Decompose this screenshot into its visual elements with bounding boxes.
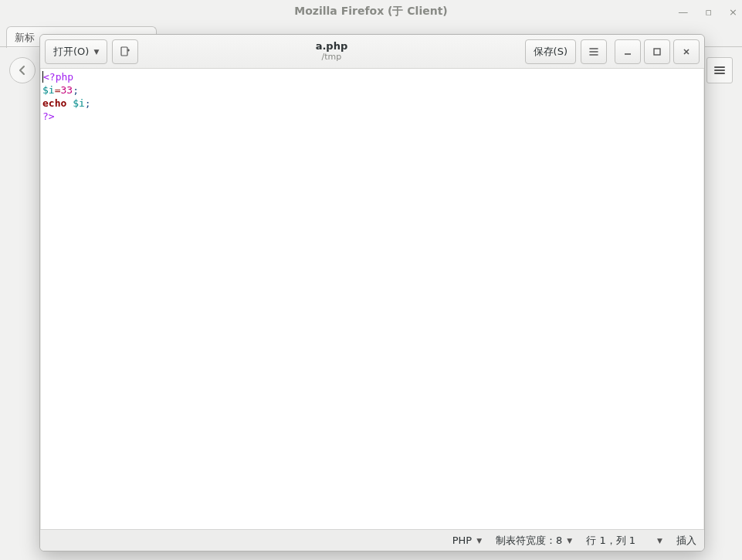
gedit-window-controls [615,39,700,64]
rowcol-label: 行 1，列 1 [586,534,635,548]
svg-rect-0 [121,47,127,56]
rowcol-indicator[interactable]: 行 1，列 1 ▼ [586,534,662,548]
code-token: 33 [60,84,73,96]
new-document-icon [119,46,131,58]
gedit-statusbar: PHP ▼ 制表符宽度：8 ▼ 行 1，列 1 ▼ 插入 [40,529,704,551]
code-token: $i [73,97,85,109]
gedit-filename: a.php [316,41,348,52]
firefox-window-controls: — ▫ × [678,0,737,23]
firefox-back-button[interactable] [9,57,36,83]
new-tab-button[interactable] [112,39,138,64]
firefox-titlebar: Mozilla Firefox (于 Client) — ▫ × [0,0,742,23]
firefox-menu-button[interactable] [706,57,733,83]
insert-mode-label: 插入 [676,534,696,548]
gedit-maximize-button[interactable] [644,39,670,64]
code-token: $i [42,84,55,96]
editor-textarea[interactable]: <?php $i=33; echo $i; ?> [40,69,704,529]
firefox-window-title: Mozilla Firefox (于 Client) [294,5,448,19]
gedit-window: 打开(O) ▼ a.php /tmp 保存(S) [39,34,705,552]
language-label: PHP [452,535,472,546]
gedit-title-area: a.php /tmp [143,41,520,61]
gedit-headerbar: 打开(O) ▼ a.php /tmp 保存(S) [40,35,704,69]
firefox-minimize-button[interactable]: — [678,6,688,18]
firefox-close-button[interactable]: × [729,6,737,18]
hamburger-icon [713,64,726,76]
open-button[interactable]: 打开(O) ▼ [45,39,107,64]
chevron-down-icon: ▼ [476,537,482,545]
tabwidth-selector[interactable]: 制表符宽度：8 ▼ [496,534,572,548]
minimize-icon [622,46,633,57]
code-token: ; [73,84,79,96]
open-button-label: 打开(O) [53,45,89,59]
arrow-left-icon [16,64,29,76]
gedit-path: /tmp [322,53,342,62]
code-token: ; [85,97,91,109]
chevron-down-icon: ▼ [93,48,99,56]
chevron-down-icon: ▼ [567,537,572,545]
maximize-icon [652,46,662,57]
language-selector[interactable]: PHP ▼ [452,535,482,546]
firefox-maximize-button[interactable]: ▫ [705,6,712,18]
gedit-minimize-button[interactable] [615,39,641,64]
firefox-tab-label: 新标 [15,32,35,43]
close-icon [681,46,692,57]
hamburger-icon [588,46,600,58]
save-button-label: 保存(S) [534,45,568,59]
code-token: <?php [43,71,73,83]
tabwidth-label: 制表符宽度：8 [496,534,562,548]
svg-rect-1 [654,49,660,55]
chevron-down-icon: ▼ [657,537,662,545]
code-token: echo [42,97,66,109]
save-button[interactable]: 保存(S) [525,39,576,64]
hamburger-menu-button[interactable] [581,39,607,64]
gedit-close-button[interactable] [673,39,700,64]
code-token: ?> [42,110,55,122]
